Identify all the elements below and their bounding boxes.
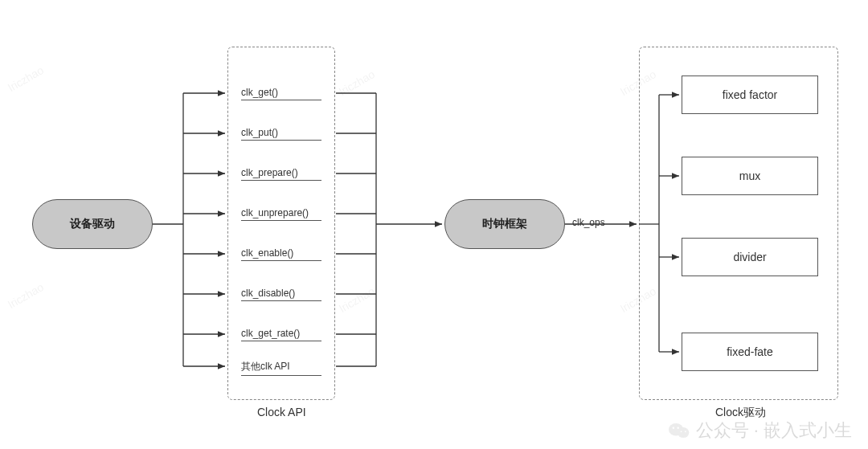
clk-type-label: mux xyxy=(739,169,760,182)
footer-watermark-text: 公众号 · 嵌入式小生 xyxy=(696,418,852,443)
edge-label-clk-ops: clk_ops xyxy=(572,217,605,228)
svg-point-30 xyxy=(672,427,674,429)
api-item: clk_get_rate() xyxy=(241,328,321,341)
clk-type-box: divider xyxy=(682,238,818,276)
clk-type-box: mux xyxy=(682,157,818,195)
node-clock-framework-label: 时钟框架 xyxy=(482,217,527,231)
svg-point-31 xyxy=(677,427,678,429)
svg-point-29 xyxy=(678,427,689,438)
node-device-driver: 设备驱动 xyxy=(32,199,153,249)
clk-type-box: fixed factor xyxy=(682,76,818,114)
clk-type-label: divider xyxy=(733,251,766,263)
clk-type-label: fixed-fate xyxy=(727,345,773,358)
api-item: 其他clk API xyxy=(241,360,321,376)
clk-type-box: fixed-fate xyxy=(682,333,818,371)
footer-watermark: 公众号 · 嵌入式小生 xyxy=(669,418,852,443)
api-item: clk_get() xyxy=(241,87,321,100)
svg-point-33 xyxy=(685,431,686,432)
clock-api-label: Clock API xyxy=(257,406,306,418)
wechat-icon xyxy=(669,422,690,439)
api-item: clk_unprepare() xyxy=(241,207,321,221)
watermark: lriczhao xyxy=(337,284,377,315)
api-item: clk_put() xyxy=(241,127,321,141)
node-clock-framework: 时钟框架 xyxy=(444,199,565,249)
watermark: lriczhao xyxy=(6,280,46,311)
watermark: lriczhao xyxy=(337,67,377,98)
api-item: clk_prepare() xyxy=(241,167,321,181)
svg-point-32 xyxy=(680,431,682,432)
api-item: clk_disable() xyxy=(241,288,321,301)
clk-type-label: fixed factor xyxy=(723,88,777,101)
node-device-driver-label: 设备驱动 xyxy=(70,217,115,231)
api-item: clk_enable() xyxy=(241,247,321,261)
watermark: lriczhao xyxy=(6,63,46,94)
